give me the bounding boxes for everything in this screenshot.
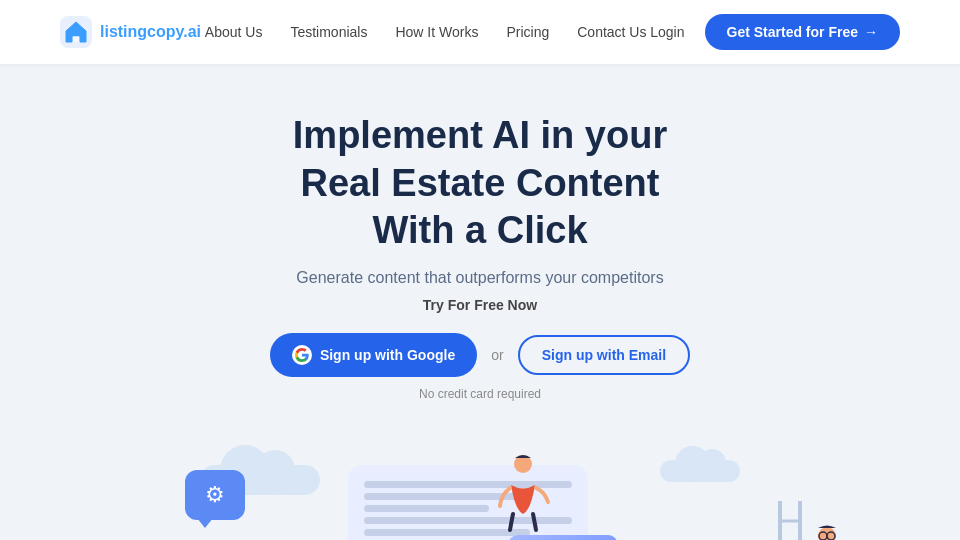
person-top <box>493 450 553 534</box>
google-signup-button[interactable]: Sign up with Google <box>270 333 477 377</box>
svg-rect-1 <box>73 36 79 42</box>
logo-text: listingcopy.ai <box>100 23 201 41</box>
no-credit-card-text: No credit card required <box>20 387 940 401</box>
nav-contact[interactable]: Contact Us <box>577 24 646 40</box>
image-card <box>508 535 618 541</box>
get-started-button[interactable]: Get Started for Free → <box>705 14 900 50</box>
nav-testimonials[interactable]: Testimonials <box>290 24 367 40</box>
cloud-right <box>660 460 740 482</box>
image-preview <box>508 535 618 541</box>
email-signup-button[interactable]: Sign up with Email <box>518 335 690 375</box>
hero-headline: Implement AI in your Real Estate Content… <box>20 112 940 255</box>
navigation: listingcopy.ai About Us Testimonials How… <box>0 0 960 64</box>
nav-how-it-works[interactable]: How It Works <box>395 24 478 40</box>
hero-section: Implement AI in your Real Estate Content… <box>0 64 960 445</box>
illustration-area: ⚙ <box>0 445 960 541</box>
person-top-svg <box>493 450 553 530</box>
signup-row: Sign up with Google or Sign up with Emai… <box>20 333 940 377</box>
gear-icon: ⚙ <box>205 482 225 508</box>
nav-right: Login Get Started for Free → <box>650 14 900 50</box>
hero-subtitle: Generate content that outperforms your c… <box>20 269 940 287</box>
try-label: Try For Free Now <box>20 297 940 313</box>
ladder <box>775 501 805 541</box>
person-left <box>155 531 225 541</box>
nav-links: About Us Testimonials How It Works Prici… <box>205 23 647 41</box>
logo[interactable]: listingcopy.ai <box>60 16 201 48</box>
nav-about[interactable]: About Us <box>205 24 263 40</box>
doc-line <box>364 505 489 512</box>
person-left-svg <box>155 531 225 541</box>
google-icon <box>292 345 312 365</box>
ladder-svg <box>775 501 805 541</box>
login-link[interactable]: Login <box>650 24 684 40</box>
logo-icon <box>60 16 92 48</box>
speech-bubble: ⚙ <box>185 470 245 520</box>
or-divider: or <box>491 347 503 363</box>
nav-pricing[interactable]: Pricing <box>506 24 549 40</box>
